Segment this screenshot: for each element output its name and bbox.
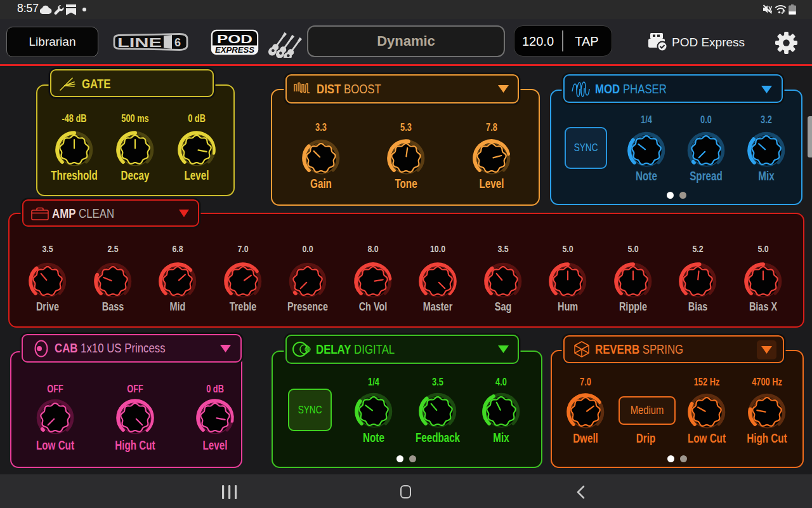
- svg-text:POD: POD: [217, 32, 252, 46]
- svg-text:EXPRESS: EXPRESS: [215, 45, 254, 55]
- svg-text:LINE: LINE: [117, 35, 162, 50]
- svg-text:6: 6: [174, 36, 181, 49]
